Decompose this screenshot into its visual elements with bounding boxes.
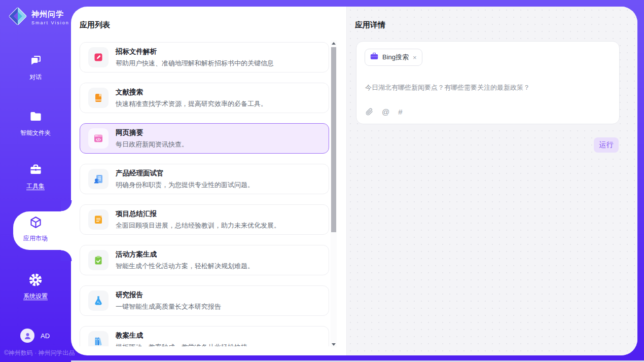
app-detail-title: 应用详情 (355, 20, 385, 30)
app-list-scrollbar[interactable] (331, 40, 337, 347)
sidebar-item-系统设置[interactable]: 系统设置 (0, 273, 71, 301)
app-item-name: 研究报告 (116, 291, 221, 300)
research-report-icon (88, 291, 109, 311)
app-list-item[interactable]: 活动方案生成 智能生成个性化活动方案，轻松解决规划难题。 (80, 245, 329, 275)
prompt-card: Bing搜索 × 今日湖北有哪些新闻要点？有哪些需要关注的最新政策？ @ # (356, 41, 620, 124)
brand-diamond-icon (8, 7, 27, 28)
app-list-item[interactable]: 研究报告 一键智能生成高质量长文本研究报告 (80, 285, 329, 316)
app-item-name: 文献搜索 (116, 88, 267, 97)
app-item-name: 产品经理面试官 (116, 169, 254, 178)
app-list-title: 应用列表 (80, 20, 110, 30)
app-list-item[interactable]: 教案生成 模板驱动，教案秒成，教学准备从此轻松快捷 (80, 326, 329, 346)
app-item-description: 帮助用户快速、准确地理解和解析招标书中的关键信息 (116, 59, 274, 68)
user-initials: AD (41, 332, 50, 340)
literature-search-icon (88, 88, 109, 108)
lesson-plan-icon (88, 331, 109, 346)
app-item-description: 模板驱动，教案秒成，教学准备从此轻松快捷 (116, 343, 247, 347)
app-item-name: 活动方案生成 (116, 250, 254, 259)
tag-close-icon[interactable]: × (413, 54, 417, 61)
app-item-description: 一键智能生成高质量长文本研究报告 (116, 302, 221, 311)
sidebar-nav-label: 应用市场 (23, 234, 48, 243)
app-list-item[interactable]: 文献搜索 快速精准查找学术资源，提高研究效率的必备工具。 (80, 83, 329, 113)
sidebar-nav-label: 智能文件夹 (20, 129, 51, 137)
app-list-item[interactable]: 产品经理面试官 明确身份和职责，为您提供专业性的面试问题。 (80, 164, 329, 194)
app-item-name: 网页摘要 (116, 128, 188, 137)
scroll-down-arrow-icon[interactable] (331, 341, 337, 347)
app-item-name: 招标文件解析 (116, 47, 274, 56)
app-item-description: 明确身份和职责，为您提供专业性的面试问题。 (116, 180, 254, 190)
briefcase-icon (370, 53, 378, 62)
mention-icon[interactable]: @ (382, 107, 389, 116)
project-summary-icon (88, 209, 109, 230)
chat-icon (0, 54, 71, 69)
main-panel: 应用列表 应用详情 招标文件解析 帮助用户快速、准确地理解和解析招标书中的关键信… (71, 7, 637, 355)
sidebar-nav-label: 工具集 (26, 182, 45, 191)
scrollbar-thumb[interactable] (331, 47, 336, 232)
pm-interviewer-icon (88, 169, 109, 189)
tool-tag-bing-search[interactable]: Bing搜索 × (365, 49, 422, 66)
activity-plan-icon (88, 250, 109, 270)
user-avatar-icon (20, 329, 34, 343)
toolbox-icon (0, 163, 71, 178)
app-item-name: 教案生成 (116, 331, 247, 340)
app-item-description: 每日政府新闻资讯快查。 (116, 140, 188, 149)
paperclip-icon[interactable] (365, 107, 373, 116)
folder-icon (0, 110, 71, 125)
concave-corner (61, 200, 72, 211)
scroll-up-arrow-icon[interactable] (331, 40, 337, 46)
app-list: 招标文件解析 帮助用户快速、准确地理解和解析招标书中的关键信息 文献搜索 快速精… (80, 42, 329, 346)
brand-logo: 神州问学 Smart Vision (8, 7, 69, 28)
cube-icon (0, 215, 71, 230)
app-list-item[interactable]: 招标文件解析 帮助用户快速、准确地理解和解析招标书中的关键信息 (80, 42, 329, 73)
sidebar-item-工具集[interactable]: 工具集 (0, 163, 71, 191)
hashtag-icon[interactable]: # (398, 107, 402, 116)
brand-name: 神州问学 (31, 10, 69, 19)
sidebar-nav-label: 对话 (29, 73, 42, 82)
user-account[interactable]: AD (20, 329, 50, 343)
gear-icon (0, 273, 71, 288)
attachment-toolbar: @ # (365, 107, 403, 116)
app-item-description: 智能生成个性化活动方案，轻松解决规划难题。 (116, 262, 254, 271)
prompt-input[interactable]: 今日湖北有哪些新闻要点？有哪些需要关注的最新政策？ (365, 83, 611, 92)
app-item-name: 项目总结汇报 (116, 209, 280, 219)
tool-tag-label: Bing搜索 (382, 53, 409, 62)
sidebar-nav-label: 系统设置 (23, 292, 48, 301)
app-item-description: 快速精准查找学术资源，提高研究效率的必备工具。 (116, 99, 267, 108)
run-button[interactable]: 运行 (594, 137, 619, 153)
concave-corner (61, 250, 72, 261)
bid-parse-icon (88, 47, 109, 67)
brand-subtitle: Smart Vision (31, 20, 69, 25)
app-item-description: 全面回顾项目进展，总结经验教训，助力未来优化发展。 (116, 221, 280, 230)
web-summary-icon (88, 128, 109, 149)
app-list-item[interactable]: 网页摘要 每日政府新闻资讯快查。 (80, 123, 329, 154)
sidebar-item-智能文件夹[interactable]: 智能文件夹 (0, 110, 71, 137)
sidebar-item-应用市场[interactable]: 应用市场 (0, 215, 71, 243)
copyright-footer: ©神州数码 · 神州问学出品 (4, 349, 75, 357)
sidebar: 神州问学 Smart Vision 对话 智能文件夹 工具集 应用市场 系统设置… (0, 0, 71, 362)
sidebar-item-对话[interactable]: 对话 (0, 54, 71, 82)
app-list-item[interactable]: 项目总结汇报 全面回顾项目进展，总结经验教训，助力未来优化发展。 (80, 204, 329, 235)
